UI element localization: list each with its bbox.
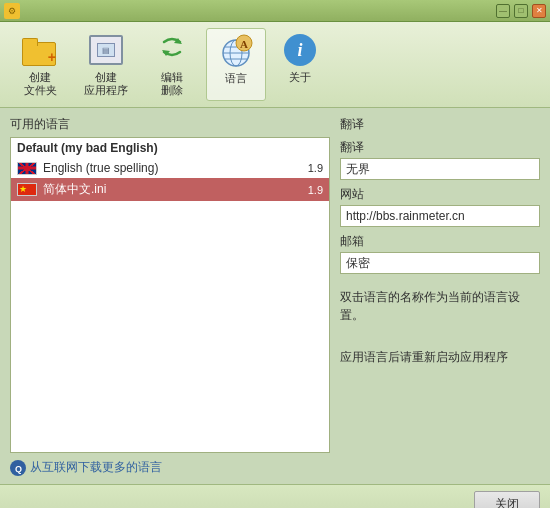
create-folder-label: 创建文件夹 bbox=[24, 71, 57, 97]
email-field-group: 邮箱 bbox=[340, 233, 540, 274]
lang-item-english[interactable]: English (true spelling) 1.9 bbox=[11, 158, 329, 178]
toolbar-about[interactable]: i 关于 bbox=[270, 28, 330, 101]
language-label: 语言 bbox=[225, 72, 247, 85]
edit-delete-label: 编辑删除 bbox=[161, 71, 183, 97]
svg-text:Q: Q bbox=[15, 464, 22, 474]
bottom-bar: 关闭 bbox=[0, 484, 550, 508]
email-input[interactable] bbox=[340, 252, 540, 274]
toolbar: + 创建文件夹 ▤ 创建应用程序 编辑删除 bbox=[0, 22, 550, 108]
lang-default-name: Default (my bad English) bbox=[17, 141, 158, 155]
translation-label: 翻译 bbox=[340, 139, 540, 156]
toolbar-create-app[interactable]: ▤ 创建应用程序 bbox=[74, 28, 138, 101]
titlebar-close-button[interactable]: ✕ bbox=[532, 4, 546, 18]
app-icon: ⚙ bbox=[4, 3, 20, 19]
svg-text:A: A bbox=[240, 38, 248, 50]
lang-chinese-name: 简体中文.ini bbox=[43, 181, 106, 198]
translation-field-group: 翻译 bbox=[340, 139, 540, 180]
info-text-2: 应用语言后请重新启动应用程序 bbox=[340, 348, 540, 366]
website-field-group: 网站 bbox=[340, 186, 540, 227]
website-input[interactable] bbox=[340, 205, 540, 227]
window-controls: — □ ✕ bbox=[496, 4, 546, 18]
create-folder-icon: + bbox=[22, 32, 58, 68]
translation-input[interactable] bbox=[340, 158, 540, 180]
download-link-text: 从互联网下载更多的语言 bbox=[30, 459, 162, 476]
lang-item-chinese[interactable]: ★ 简体中文.ini 1.9 bbox=[11, 178, 329, 201]
lang-english-version: 1.9 bbox=[308, 162, 323, 174]
lang-chinese-version: 1.9 bbox=[308, 184, 323, 196]
minimize-button[interactable]: — bbox=[496, 4, 510, 18]
lang-english-name: English (true spelling) bbox=[43, 161, 158, 175]
close-button[interactable]: 关闭 bbox=[474, 491, 540, 508]
translation-section-title: 翻译 bbox=[340, 116, 540, 133]
toolbar-create-folder[interactable]: + 创建文件夹 bbox=[10, 28, 70, 101]
left-panel: 可用的语言 Default (my bad English) English (… bbox=[10, 116, 330, 476]
flag-uk-icon bbox=[17, 162, 37, 175]
main-content: 可用的语言 Default (my bad English) English (… bbox=[0, 108, 550, 484]
edit-delete-icon bbox=[154, 32, 190, 68]
website-label: 网站 bbox=[340, 186, 540, 203]
toolbar-edit-delete[interactable]: 编辑删除 bbox=[142, 28, 202, 101]
create-app-label: 创建应用程序 bbox=[84, 71, 128, 97]
right-panel: 翻译 翻译 网站 邮箱 双击语言的名称作为当前的语言设置。 应用语言后请重新启动… bbox=[340, 116, 540, 476]
about-label: 关于 bbox=[289, 71, 311, 84]
download-icon: Q bbox=[10, 460, 26, 476]
info-text-1: 双击语言的名称作为当前的语言设置。 bbox=[340, 288, 540, 324]
language-icon: A bbox=[218, 33, 254, 69]
create-app-icon: ▤ bbox=[88, 32, 124, 68]
about-icon: i bbox=[282, 32, 318, 68]
titlebar: ⚙ — □ ✕ bbox=[0, 0, 550, 22]
available-languages-title: 可用的语言 bbox=[10, 116, 330, 133]
email-label: 邮箱 bbox=[340, 233, 540, 250]
toolbar-language[interactable]: A 语言 bbox=[206, 28, 266, 101]
flag-cn-icon: ★ bbox=[17, 183, 37, 196]
language-list: Default (my bad English) English (true s… bbox=[10, 137, 330, 453]
maximize-button[interactable]: □ bbox=[514, 4, 528, 18]
download-more-link[interactable]: Q 从互联网下载更多的语言 bbox=[10, 459, 330, 476]
lang-item-default[interactable]: Default (my bad English) bbox=[11, 138, 329, 158]
